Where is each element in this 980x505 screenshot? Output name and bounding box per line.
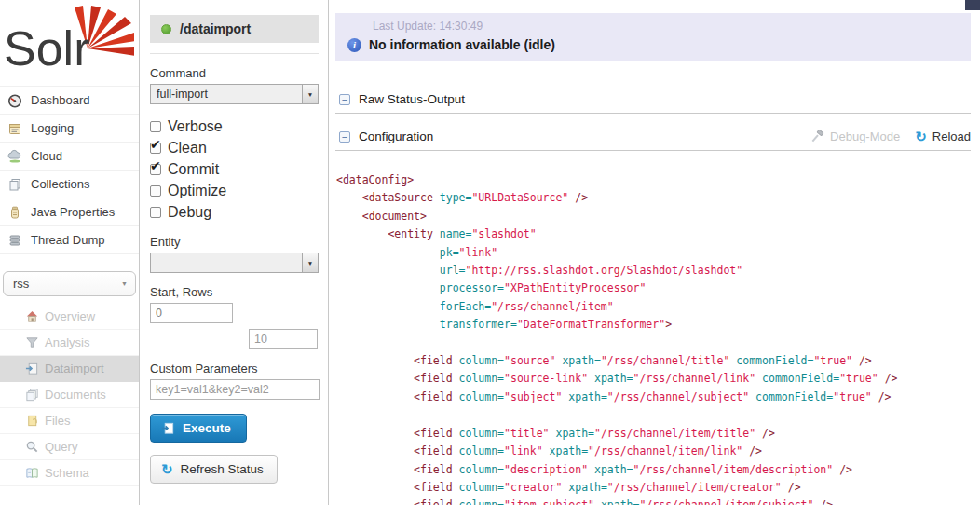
configuration-title: Configuration bbox=[359, 130, 433, 143]
config-xml-line: <entity name="slashdot" bbox=[336, 225, 980, 243]
debug-mode-label: Debug-Mode bbox=[830, 130, 900, 143]
sidebar: Solr Dashboard Logging bbox=[0, 0, 140, 505]
command-label: Command bbox=[150, 66, 319, 80]
nav-logging[interactable]: Logging bbox=[0, 115, 139, 143]
config-xml-line: <document> bbox=[336, 208, 980, 225]
refresh-status-button[interactable]: ↻ Refresh Status bbox=[150, 455, 278, 484]
checkbox-clean[interactable]: ✔Clean bbox=[150, 137, 319, 158]
last-update-time: 14:30:49 bbox=[439, 20, 483, 34]
last-update-label: Last Update: bbox=[373, 20, 436, 33]
nav-label: Java Properties bbox=[31, 205, 115, 219]
nav-java-properties[interactable]: Java Properties bbox=[0, 198, 139, 226]
check-icon: ✔ bbox=[150, 137, 161, 152]
checkbox-label: Commit bbox=[168, 161, 219, 178]
core-selector[interactable]: rss ▼ bbox=[3, 271, 136, 296]
config-xml-line: <field column="link" xpath="/rss/channel… bbox=[336, 443, 980, 460]
checkbox-verbose[interactable]: Verbose bbox=[150, 116, 319, 137]
core-menu-files[interactable]: Files bbox=[0, 408, 139, 434]
raw-status-section-header[interactable]: − Raw Status-Output bbox=[335, 92, 971, 114]
configuration-section-header[interactable]: − Configuration Debug-Mode ↻ Reload bbox=[335, 130, 971, 151]
core-menu-label: Schema bbox=[45, 466, 89, 480]
scrollbar-fragment[interactable] bbox=[965, 0, 980, 10]
config-xml-line: <dataSource type="URLDataSource" /> bbox=[336, 189, 980, 207]
reload-button[interactable]: ↻ Reload bbox=[915, 130, 971, 143]
collapse-icon[interactable]: − bbox=[339, 94, 350, 105]
start-input[interactable] bbox=[150, 303, 233, 323]
start-rows-label: Start, Rows bbox=[150, 285, 319, 299]
funnel-icon bbox=[25, 335, 39, 349]
config-xml-line bbox=[336, 334, 980, 352]
home-icon bbox=[25, 309, 39, 323]
nav-label: Collections bbox=[31, 177, 90, 191]
status-banner: Last Update: 14:30:49 i No information a… bbox=[335, 13, 971, 61]
raw-status-title: Raw Status-Output bbox=[359, 92, 465, 106]
config-xml-line: url="http://rss.slashdot.org/Slashdot/sl… bbox=[336, 262, 980, 280]
collections-icon bbox=[7, 177, 22, 192]
checkbox-box: ✔ bbox=[150, 143, 161, 154]
checkbox-commit[interactable]: ✔Commit bbox=[150, 158, 319, 180]
core-menu-label: Documents bbox=[45, 388, 106, 402]
dashboard-icon bbox=[7, 93, 22, 108]
handler-header: /dataimport bbox=[150, 15, 319, 43]
cloud-icon bbox=[7, 149, 22, 164]
collapse-icon[interactable]: − bbox=[339, 131, 350, 143]
dataimport-form-panel: /dataimport Command full-import ▼ Verbos… bbox=[141, 0, 329, 505]
checkbox-label: Clean bbox=[168, 140, 207, 157]
core-menu-documents[interactable]: Documents bbox=[0, 382, 139, 408]
dataimport-icon bbox=[25, 362, 39, 375]
core-menu-dataimport[interactable]: Dataimport bbox=[0, 356, 139, 382]
core-menu-analysis[interactable]: Analysis bbox=[0, 330, 139, 356]
checkbox-debug[interactable]: Debug bbox=[150, 201, 319, 223]
checkbox-label: Debug bbox=[168, 204, 211, 221]
entity-label: Entity bbox=[150, 235, 319, 249]
status-message-row: i No information available (idle) bbox=[347, 37, 555, 52]
nav-collections[interactable]: Collections bbox=[0, 171, 139, 198]
chevron-down-icon: ▼ bbox=[302, 85, 318, 103]
custom-parameters-label: Custom Parameters bbox=[150, 362, 319, 375]
hammer-icon bbox=[810, 130, 824, 143]
book-icon bbox=[25, 466, 39, 480]
checkbox-box bbox=[150, 207, 161, 218]
config-xml: <dataConfig> <dataSource type="URLDataSo… bbox=[336, 171, 980, 505]
reload-label: Reload bbox=[932, 130, 971, 143]
core-menu-label: Overview bbox=[45, 309, 95, 323]
debug-mode-button[interactable]: Debug-Mode bbox=[810, 130, 900, 143]
refresh-icon: ↻ bbox=[161, 462, 173, 476]
core-menu-label: Query bbox=[45, 440, 77, 454]
custom-parameters-input[interactable] bbox=[150, 379, 320, 400]
documents-icon bbox=[25, 388, 39, 402]
nav-cloud[interactable]: Cloud bbox=[0, 143, 139, 171]
nav-label: Logging bbox=[31, 121, 74, 135]
nav-label: Dashboard bbox=[31, 93, 90, 107]
nav-thread-dump[interactable]: Thread Dump bbox=[0, 226, 139, 254]
core-menu-overview[interactable]: Overview bbox=[0, 304, 139, 330]
checkbox-optimize[interactable]: Optimize bbox=[150, 180, 319, 201]
main-content: Last Update: 14:30:49 i No information a… bbox=[330, 0, 980, 505]
entity-select[interactable]: ▼ bbox=[150, 252, 319, 273]
core-menu-schema[interactable]: Schema bbox=[0, 460, 139, 486]
execute-button[interactable]: Execute bbox=[150, 414, 247, 443]
execute-label: Execute bbox=[183, 421, 231, 435]
refresh-status-label: Refresh Status bbox=[181, 462, 264, 476]
core-menu: Overview Analysis Dataimport Documents bbox=[0, 304, 139, 486]
config-xml-line: processor="XPathEntityProcessor" bbox=[336, 280, 980, 297]
configuration-actions: Debug-Mode ↻ Reload bbox=[810, 130, 971, 143]
rows-input[interactable] bbox=[249, 329, 318, 349]
config-xml-line: <field column="title" xpath="/rss/channe… bbox=[336, 425, 980, 443]
folder-icon bbox=[25, 414, 39, 428]
core-menu-query[interactable]: Query bbox=[0, 434, 139, 460]
config-xml-line: <dataConfig> bbox=[336, 171, 980, 189]
logging-icon bbox=[7, 121, 22, 136]
command-select[interactable]: full-import ▼ bbox=[150, 84, 319, 104]
nav-dashboard[interactable]: Dashboard bbox=[0, 87, 139, 115]
solr-logo-image: Solr bbox=[2, 4, 134, 84]
core-menu-label: Dataimport bbox=[45, 362, 104, 375]
config-xml-line: <field column="description" xpath="/rss/… bbox=[336, 461, 980, 479]
nav-label: Thread Dump bbox=[31, 233, 104, 247]
thread-dump-icon bbox=[7, 233, 22, 248]
last-update: Last Update: 14:30:49 bbox=[373, 20, 483, 33]
config-xml-line: <field column="item-subject" xpath="/rss… bbox=[336, 497, 980, 505]
core-menu-label: Analysis bbox=[45, 335, 89, 349]
core-selector-value: rss bbox=[13, 277, 29, 291]
checkbox-label: Optimize bbox=[168, 183, 226, 199]
